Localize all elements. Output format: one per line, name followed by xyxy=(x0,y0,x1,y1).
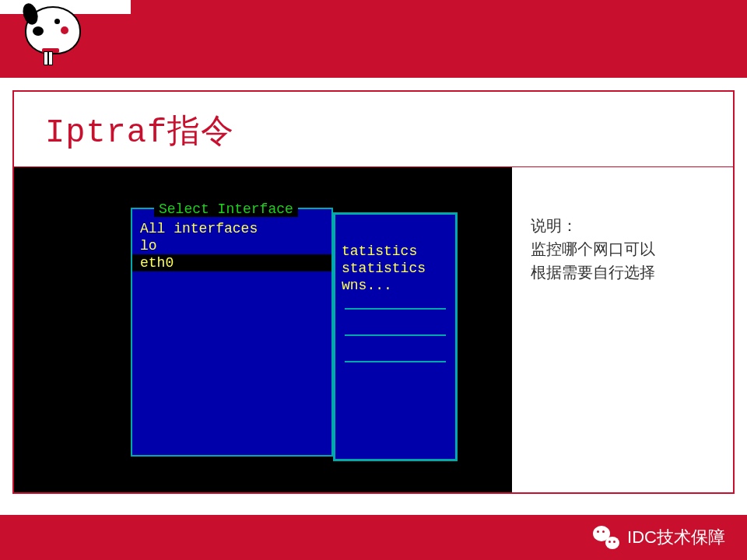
wechat-icon xyxy=(593,526,619,549)
terminal-screenshot: tatistics statistics wns... Select Inter… xyxy=(14,167,512,492)
interface-option[interactable]: lo xyxy=(132,237,331,254)
tui-background-panel: tatistics statistics wns... xyxy=(333,212,458,461)
interface-option[interactable]: All interfaces xyxy=(132,220,331,237)
notes-panel: 说明： 监控哪个网口可以 根据需要自行选择 xyxy=(512,167,733,492)
tui-dialog-title: Select Interface xyxy=(154,201,298,217)
notes-heading: 说明： xyxy=(531,214,714,237)
page-title: Iptraf指令 xyxy=(14,92,733,166)
bg-text: tatistics xyxy=(335,243,455,260)
notes-line: 监控哪个网口可以 xyxy=(531,237,714,261)
bg-text: statistics xyxy=(335,260,455,277)
jd-dog-logo xyxy=(25,6,81,54)
notes-line: 根据需要自行选择 xyxy=(531,261,714,284)
content-card: Iptraf指令 tatistics statistics wns... Sel… xyxy=(12,90,735,494)
interface-option-selected[interactable]: eth0 xyxy=(132,254,331,271)
footer-text: IDC技术保障 xyxy=(627,526,725,549)
bg-text: wns... xyxy=(335,277,455,294)
header-bar xyxy=(0,0,747,78)
tui-interface-menu[interactable]: All interfaces lo eth0 xyxy=(131,208,333,457)
footer-bar: IDC技术保障 xyxy=(0,515,747,560)
